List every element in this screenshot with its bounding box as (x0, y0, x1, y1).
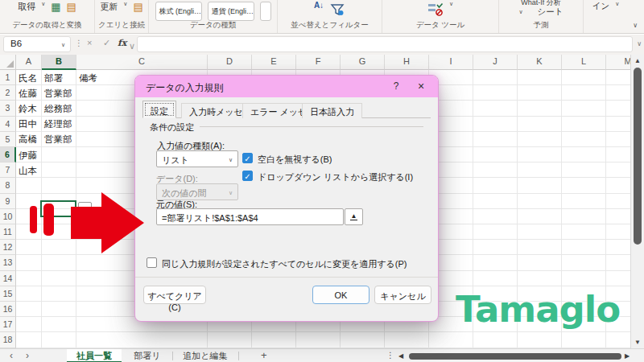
cell-J10[interactable] (473, 209, 518, 224)
collapse-dialog-button[interactable]: ▲ (345, 208, 363, 225)
cell-C18[interactable] (76, 332, 208, 348)
sheet-tab-department-list[interactable]: 部署リスト (122, 349, 172, 362)
cell-L13[interactable] (562, 255, 606, 270)
row-header-18[interactable]: 18 (0, 332, 16, 348)
cell-A1[interactable]: 氏名 (16, 70, 42, 85)
cancel-button[interactable]: キャンセル (374, 286, 431, 304)
column-header-K[interactable]: K (518, 55, 562, 70)
formula-input[interactable] (137, 36, 633, 52)
ignore-blank-checkbox[interactable] (242, 153, 253, 163)
column-header-L[interactable]: L (562, 55, 606, 70)
cell-J12[interactable] (473, 240, 518, 255)
cell-K7[interactable] (518, 162, 562, 178)
cell-K8[interactable] (518, 178, 562, 193)
row-header-2[interactable]: 2 (0, 85, 16, 101)
insert-function-icon[interactable]: fx (118, 38, 126, 48)
cell-A14[interactable] (16, 271, 42, 286)
cell-L10[interactable] (562, 209, 606, 224)
cell-A2[interactable]: 佐藤 (16, 85, 42, 101)
cell-J1[interactable] (473, 70, 518, 85)
tab-settings[interactable]: 設定 (142, 101, 176, 118)
recent-sources-icon[interactable]: ▤ (67, 1, 76, 14)
row-header-17[interactable]: 17 (0, 317, 16, 332)
cell-L12[interactable] (562, 240, 606, 255)
cell-A3[interactable]: 鈴木 (16, 101, 42, 116)
cell-B15[interactable] (42, 286, 76, 302)
chevron-down-icon[interactable]: ∨ (61, 42, 65, 48)
cell-J5[interactable] (473, 132, 518, 147)
hscroll-right-icon[interactable]: ▶ (625, 352, 630, 360)
kebab-menu-icon[interactable]: ⋮ (386, 351, 394, 360)
cell-L14[interactable] (562, 271, 606, 286)
whatif-analysis-button[interactable]: What-If 分析 (521, 0, 561, 6)
column-header-B[interactable]: B (42, 55, 76, 70)
filter-funnel-icon[interactable] (329, 2, 345, 18)
vertical-scrollbar-thumb[interactable] (634, 68, 642, 245)
scroll-down-icon[interactable]: ▼ (631, 339, 644, 346)
cell-B3[interactable]: 総務部 (42, 101, 76, 116)
ok-button[interactable]: OK (312, 286, 369, 304)
dialog-help-button[interactable]: ? (390, 80, 402, 92)
ribbon-collapse-icon[interactable]: ∨ (633, 22, 638, 29)
cell-D18[interactable] (208, 332, 252, 348)
source-input[interactable]: =部署リスト!$A$1:$A$4 (156, 208, 344, 225)
cell-A4[interactable]: 田中 (16, 117, 42, 132)
column-header-G[interactable]: G (341, 55, 385, 70)
cell-A18[interactable] (16, 332, 42, 348)
cell-J2[interactable] (473, 85, 518, 101)
row-header-7[interactable]: 7 (0, 162, 16, 178)
outline-button[interactable]: イン (592, 1, 610, 12)
stocks-data-type-card[interactable]: 株式 (Engli… (155, 2, 202, 21)
cell-K1[interactable] (518, 70, 562, 85)
cell-J9[interactable] (473, 194, 518, 209)
scroll-up-icon[interactable]: ▲ (631, 57, 644, 64)
column-header-E[interactable]: E (252, 55, 296, 70)
cell-J4[interactable] (473, 117, 518, 132)
column-header-H[interactable]: H (385, 55, 429, 70)
cell-B14[interactable] (42, 271, 76, 286)
cell-L9[interactable] (562, 194, 606, 209)
cell-B17[interactable] (42, 317, 76, 332)
cell-K6[interactable] (518, 147, 562, 162)
data-validation-icon[interactable] (427, 2, 444, 17)
cell-B7[interactable] (42, 162, 76, 178)
cell-B16[interactable] (42, 302, 76, 317)
sheet-tab-add-edit[interactable]: 追加と編集用 (173, 349, 237, 362)
row-header-3[interactable]: 3 (0, 101, 16, 116)
cell-J11[interactable] (473, 224, 518, 240)
tab-ime[interactable]: 日本語入力 (302, 103, 362, 118)
cell-L2[interactable] (562, 85, 606, 101)
vertical-scrollbar[interactable]: ▲ ▼ (630, 55, 644, 348)
cell-K18[interactable] (518, 332, 562, 348)
sort-az-icon[interactable]: A↓ (314, 1, 324, 10)
cell-H18[interactable] (385, 332, 429, 348)
cell-A7[interactable]: 山本 (16, 162, 42, 178)
data-type-partial-card[interactable] (260, 2, 271, 21)
row-header-5[interactable]: 5 (0, 132, 16, 147)
row-header-9[interactable]: 9 (0, 194, 16, 209)
column-header-I[interactable]: I (429, 55, 473, 70)
add-sheet-button[interactable]: + (256, 349, 272, 362)
cell-K9[interactable] (518, 194, 562, 209)
cell-B5[interactable]: 営業部 (42, 132, 76, 147)
cell-K2[interactable] (518, 85, 562, 101)
get-data-button[interactable]: 取得 (18, 1, 35, 13)
cell-B18[interactable] (42, 332, 76, 348)
row-header-12[interactable]: 12 (0, 240, 16, 255)
cell-F18[interactable] (296, 332, 341, 348)
horizontal-scrollbar-thumb[interactable] (409, 353, 621, 360)
sheet-nav-left-icon[interactable]: ‹ (6, 349, 16, 362)
column-header-F[interactable]: F (296, 55, 341, 70)
cell-J6[interactable] (473, 147, 518, 162)
cell-L4[interactable] (562, 117, 606, 132)
row-header-4[interactable]: 4 (0, 117, 16, 132)
cell-K14[interactable] (518, 271, 562, 286)
cell-K3[interactable] (518, 101, 562, 116)
cell-J3[interactable] (473, 101, 518, 116)
sheet-nav-right-icon[interactable]: › (23, 349, 32, 362)
cell-J18[interactable] (473, 332, 518, 348)
cell-A15[interactable] (16, 286, 42, 302)
cell-A5[interactable]: 高橋 (16, 132, 42, 147)
cancel-entry-icon[interactable]: × (87, 38, 92, 47)
refresh-all-button[interactable]: 更新 (100, 1, 118, 13)
